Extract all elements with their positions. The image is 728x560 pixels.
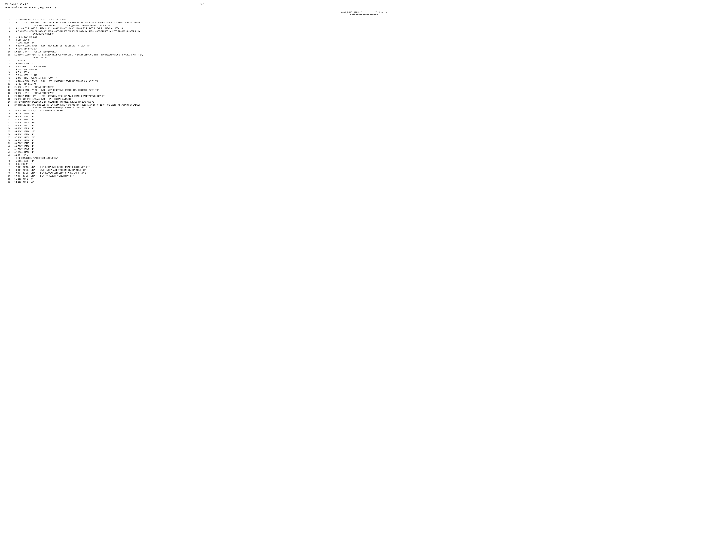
table-row: 4141Р307-10145' 4* xyxy=(5,148,723,151)
row-index-2: 25 xyxy=(11,98,17,101)
row-index-1: 14 xyxy=(5,65,11,68)
row-index-2: 49 xyxy=(11,172,17,175)
table-row: 2828Ш18-625-1(А5.0,7)' 4' ' МОНТАЖ УСТАН… xyxy=(5,109,723,112)
table-row: 2727ТСПРАВОЧНИК*ЛИМИТНЫХ ЦЕН НА НЕФТЕХИА… xyxy=(5,104,723,109)
table-row: 11З200501' Н8' ' ' 21.2.0' ' ' ' 2772.2'… xyxy=(5,18,723,21)
row-index-2: 46 xyxy=(11,163,17,166)
data-table: 11З200501' Н8' ' ' 21.2.0' ' ' ' 2772.2'… xyxy=(5,18,723,184)
row-index-1: 11 xyxy=(5,54,11,59)
row-index-1: 41 xyxy=(5,148,11,151)
row-content: Р307-10218' 4* xyxy=(17,127,723,130)
table-row: 38382307-11060' 4* xyxy=(5,139,723,142)
page-top: 902-2-458 М.88 АЛ.8 132 xyxy=(5,3,723,6)
row-index-1: 49 xyxy=(5,172,11,175)
table-row: 2626П2*ФЛОТАТОР ЗАВОДСКОГО ИЗГОТОВЛЕНИЯ … xyxy=(5,101,723,104)
row-index-2: 52 xyxy=(11,181,17,184)
row-index-2: 41 xyxy=(11,148,17,151)
row-content: О СИСТЕМЫ СТОЧНОЙ ВОДЫ ОТ МОЙКИ АВТОМОБИ… xyxy=(17,30,723,36)
row-index-2: 34 xyxy=(11,127,17,130)
row-content: Ш3-4-4' 1* xyxy=(17,59,723,62)
row-index-2: 48 xyxy=(11,169,17,172)
row-content: О' ' ' ' ' ОЧИСТНЫЕ СООРУЖЕНИЯ СТОЧНЫХ В… xyxy=(17,21,723,27)
row-content: Н2=1,009' Н3=0,98* xyxy=(17,68,723,71)
row-content: Ш12-805-2*К=1,25(А5,1,25)' 1' ' МОНТАЖ З… xyxy=(17,98,723,101)
row-content: П2*ФЛОТАТОР ЗАВОДСКОГО ИЗГОТОВЛЕНИЯ ПРОИ… xyxy=(17,101,723,104)
table-row: 3333Р307-10217' 4* xyxy=(5,124,723,127)
row-index-1: 26 xyxy=(5,101,11,104)
row-index-2: 51 xyxy=(11,178,17,181)
row-index-1: 15 xyxy=(5,68,11,71)
row-index-2: 18 xyxy=(11,77,17,80)
row-content: Ш3-95-1' 1' ' МОНТАЖ ТАЛИ* xyxy=(17,65,723,68)
row-content: Н2=1,61' Н3=1,57* xyxy=(17,48,723,51)
row-index-1: 33 xyxy=(5,124,11,127)
row-content: Р307-11059' 20* xyxy=(17,136,723,139)
row-index-1: 5 xyxy=(5,36,11,39)
table-row: 5252Ш12-807-1' 16* xyxy=(5,181,723,184)
row-content: Т07-26П12(=14)' 4' 4,3' БОЧКА ДЛЯ СЕРНОЙ… xyxy=(17,166,723,169)
row-index-1: 2 xyxy=(5,21,11,27)
table-row: 2020Н2=1,61' Н3=1,57* xyxy=(5,83,723,86)
table-row: 3131Р301-07067' 4* xyxy=(5,118,723,121)
row-index-2: 10 xyxy=(11,51,17,54)
row-index-1: 12 xyxy=(5,59,11,62)
row-index-2: 26 xyxy=(11,101,17,104)
row-index-1: 51 xyxy=(5,178,11,181)
row-index-2: 21 xyxy=(11,86,17,89)
row-index-1: 47 xyxy=(5,166,11,169)
row-index-2: 8 xyxy=(11,45,17,48)
row-content: Ш18-1-8' 1' ' МОНТАЖ РЕЗЕРВУАРА* xyxy=(17,92,723,95)
row-index-1: 50 xyxy=(5,175,11,178)
row-index-1: 40 xyxy=(5,145,11,148)
row-index-1: 38 xyxy=(5,139,11,142)
row-index-1: 1 xyxy=(5,18,11,21)
row-index-2: 24 xyxy=(11,95,17,98)
row-index-2: 35 xyxy=(11,130,17,133)
table-row: 45452301-15004' 4* xyxy=(5,160,723,163)
row-index-1: 31 xyxy=(5,118,11,121)
table-row: 88Т2303-02001-Н(=15)' 4,56' 880' НАПОРНЫ… xyxy=(5,45,723,48)
row-index-2: 23 xyxy=(11,92,17,95)
row-index-1: 21 xyxy=(5,86,11,89)
row-index-1: 10 xyxy=(5,51,11,54)
row-index-1: 6 xyxy=(5,39,11,42)
row-content: Т2303-01001-Л(=15)' 0,22' 1380' КОНТЕЙНЕ… xyxy=(17,80,723,83)
row-content: Р307-10727' 4* xyxy=(17,142,723,145)
row-index-2: 47 xyxy=(11,166,17,169)
table-row: 18182301-01141*К=1,32(А1,1,32)(=23)' 2* xyxy=(5,77,723,80)
title-block: ИСХОДНЫЕ ДАННЫЕ (П.Н.= 1) ==============… xyxy=(5,11,723,16)
row-content: Т07-26П66(=14)' 4' 2,6' БАРАБАН ДЛЯ ЕДКО… xyxy=(17,172,723,175)
row-content: Ш12-807-2' 8* xyxy=(17,178,723,181)
row-index-2: 5 xyxy=(11,36,17,39)
row-content: Ш18-1-4' 4' ' МОНТАЖ ГИДРОЦИКЛОНА* xyxy=(17,51,723,54)
table-row: 4747Т07-26П12(=14)' 4' 4,3' БОЧКА ДЛЯ СЕ… xyxy=(5,166,723,169)
program-line: ПРОГРАММНЫЙ КОМПЛЕКС АВС-ЗЕС ( РЕДАКЦИЯ … xyxy=(5,6,723,9)
row-content: Ш12-807-1' 16* xyxy=(17,181,723,184)
row-index-1: 17 xyxy=(5,74,11,77)
row-index-2: 32 xyxy=(11,121,17,124)
row-index-1: 20 xyxy=(5,83,11,86)
doc-number: 902-2-458 М.88 АЛ.8 xyxy=(5,3,28,6)
table-row: 22О' ' ' ' ' ОЧИСТНЫЕ СООРУЖЕНИЯ СТОЧНЫХ… xyxy=(5,21,723,27)
table-row: 2222Т2303-01001-Р(=15)' 1,90' 515' РЕЗЕР… xyxy=(5,89,723,92)
row-index-1: 28 xyxy=(5,109,11,112)
row-content: Е18-166' 3* xyxy=(17,39,723,42)
title-underline: ==================== xyxy=(5,14,723,16)
row-index-1: 43 xyxy=(5,154,11,157)
row-content: Р307-10220' 12* xyxy=(17,130,723,133)
row-index-2: 3 xyxy=(11,27,17,30)
row-index-2: 38 xyxy=(11,139,17,142)
table-row: 1919Т2303-01001-Л(=15)' 0,22' 1380' КОНТ… xyxy=(5,80,723,83)
row-content: Е18-166' 4* xyxy=(17,71,723,74)
row-index-2: 37 xyxy=(11,136,17,139)
table-row: 1212Ш3-4-4' 1* xyxy=(5,59,723,62)
table-row: 3434Р307-10218' 4* xyxy=(5,127,723,130)
row-index-1: 27 xyxy=(5,104,11,109)
row-index-2: 31 xyxy=(11,118,17,121)
row-content: 1906-01003' 4* xyxy=(17,151,723,154)
row-content: Т07-26П20(=14)' 4' 12,6' БОЧКА ДЛЯ ХРАНЕ… xyxy=(17,169,723,172)
table-row: 2424Т2307-11052(=14)' 1' 227' ЗАДВИЖКА 3… xyxy=(5,95,723,98)
row-index-1: 45 xyxy=(5,160,11,163)
row-content: С130-1953' 2' 125* xyxy=(17,74,723,77)
row-index-2: 45 xyxy=(11,160,17,163)
